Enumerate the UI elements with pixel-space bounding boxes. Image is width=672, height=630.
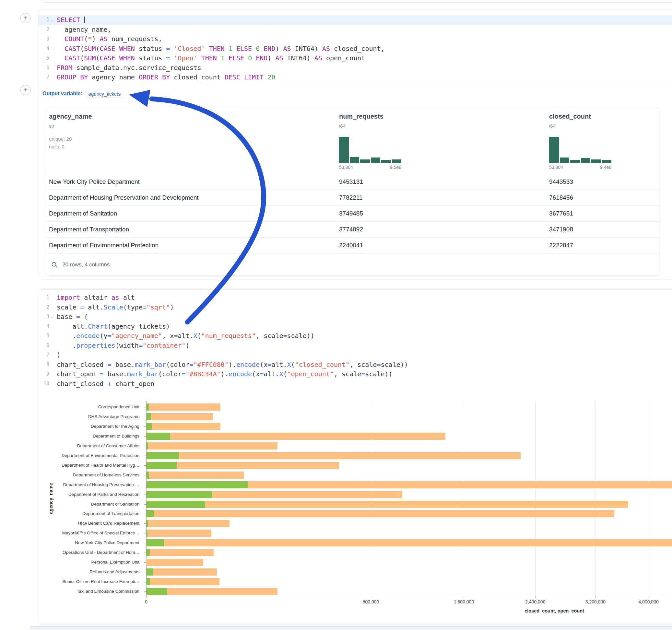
- code-line: 7GROUP BY agency_name ORDER BY closed_co…: [38, 73, 672, 82]
- bar-closed-count: [146, 520, 230, 527]
- table-cell: 3774892: [339, 222, 363, 237]
- table-cell: Department of Housing Preservation and D…: [49, 190, 199, 205]
- y-category-label: Operations Unit - Department of Hom…: [38, 550, 139, 555]
- line-number: 1: [38, 15, 49, 25]
- y-tick: [144, 407, 146, 407]
- code-token: *: [88, 35, 92, 43]
- y-category-label: Department for the Aging: [38, 423, 139, 429]
- add-cell-button-middle[interactable]: +: [20, 85, 31, 95]
- histogram-bar: [360, 160, 370, 163]
- code-token: FROM: [57, 64, 72, 72]
- bar-open-count: [146, 452, 179, 459]
- table-cell: Department of Transportation: [49, 222, 129, 237]
- code-token: , scale: [256, 332, 283, 340]
- code-token: 0: [256, 45, 260, 52]
- code-token: =: [361, 370, 365, 378]
- y-category-label: Department of Consumer Affairs: [38, 443, 139, 449]
- python-editor[interactable]: 1import altair as alt2scale = alt.Scale(…: [38, 290, 672, 390]
- code-token: "open_count": [287, 370, 334, 378]
- code-token: (: [80, 313, 88, 320]
- collapse-chevron-icon[interactable]: ⌄: [51, 312, 53, 322]
- code-token: ).: [221, 370, 229, 378]
- code-token: "agency_name": [112, 332, 162, 340]
- column-type: str: [49, 123, 54, 129]
- histogram-bar: [350, 157, 360, 163]
- table-footer: 20 rows, 4 columns: [46, 253, 660, 276]
- code-token: =: [166, 45, 170, 52]
- line-number: 6: [38, 341, 49, 350]
- code-token: (: [80, 54, 84, 62]
- column-histogram: [339, 137, 401, 163]
- y-tick: [144, 533, 146, 533]
- code-token: base.: [104, 370, 127, 378]
- x-tick: [464, 596, 464, 598]
- code-token: chart_open: [57, 370, 99, 378]
- y-tick: [144, 514, 146, 514]
- code-token: THEN: [201, 54, 217, 62]
- code-text: .encode(y="agency_name", x=alt.X("num_re…: [57, 331, 314, 341]
- histogram-bar: [381, 160, 391, 163]
- code-token: ELSE: [236, 45, 252, 52]
- code-token: AS: [322, 45, 330, 52]
- code-token: .: [57, 332, 76, 340]
- code-token: WHEN: [119, 45, 135, 52]
- table-cell: New York City Police Department: [49, 174, 140, 190]
- code-text: chart_closed = base.mark_bar(color="#FFC…: [57, 360, 408, 370]
- code-token: COUNT: [65, 35, 84, 43]
- x-tick: [535, 596, 535, 598]
- histogram-min: 53,304: [339, 165, 353, 170]
- table-cell: 7782211: [339, 190, 363, 205]
- code-token: (: [80, 45, 84, 52]
- code-token: =: [283, 332, 287, 340]
- code-token: [244, 54, 248, 62]
- bar-open-count: [146, 568, 153, 576]
- code-token: properties: [76, 342, 115, 349]
- x-axis-title: closed_count, open_count: [499, 608, 609, 613]
- bar-open-count: [146, 588, 167, 595]
- output-variable-chip[interactable]: agency_tickets: [86, 90, 123, 98]
- code-token: =: [377, 361, 381, 368]
- code-token: X: [287, 361, 291, 368]
- code-line: 5 CAST(SUM(CASE WHEN status = 'Open' THE…: [38, 53, 672, 63]
- code-line: 1⌄SELECT: [38, 15, 672, 25]
- code-token: X: [194, 332, 197, 340]
- code-token: num_requests,: [107, 35, 162, 43]
- y-category-label: Department of Homeless Services: [38, 472, 139, 478]
- bar-open-count: [146, 491, 212, 498]
- code-token: ORDER BY: [139, 73, 170, 81]
- code-token: agency_name: [88, 73, 139, 81]
- code-token: (: [96, 45, 99, 52]
- code-token: "num_requests": [201, 332, 256, 340]
- bar-chart: agency_name closed_count, open_count 080…: [38, 401, 672, 625]
- code-token: (: [197, 332, 201, 340]
- bar-open-count: [146, 433, 170, 440]
- bar-open-count: [146, 510, 154, 517]
- table-row: New York City Police Department945313194…: [46, 174, 660, 190]
- collapse-chevron-icon[interactable]: ⌄: [51, 15, 53, 25]
- code-token: =: [189, 361, 193, 368]
- output-variable-row: Output variable: agency_tickets: [43, 89, 123, 98]
- histogram-bar: [339, 137, 349, 163]
- code-token: encode: [229, 370, 252, 378]
- code-token: +: [107, 380, 112, 388]
- y-tick: [144, 504, 146, 505]
- x-tick-label: 3,200,000: [573, 599, 618, 604]
- previous-cell-border: [40, 0, 672, 3]
- bar-open-count: [146, 530, 147, 537]
- sql-editor[interactable]: 1⌄SELECT 2 agency_name,3 COUNT(*) AS num…: [38, 9, 672, 85]
- table-row: Department of Housing Preservation and D…: [46, 190, 660, 205]
- gridline: [535, 401, 535, 596]
- code-token: (color: [158, 370, 182, 378]
- code-token: SUM: [84, 54, 96, 62]
- y-tick: [144, 427, 146, 427]
- bar-closed-count: [146, 471, 244, 479]
- table-cell: 3749485: [339, 206, 363, 221]
- add-cell-button-top[interactable]: +: [20, 13, 31, 23]
- text-cursor: [84, 17, 85, 23]
- histogram-range: 53,304 9.4e6: [549, 165, 611, 170]
- gridline: [371, 401, 371, 596]
- line-number: 10: [38, 379, 49, 389]
- search-icon[interactable]: [51, 262, 58, 268]
- y-category-label: HRA Benefit Card Replacement: [38, 520, 139, 526]
- bar-open-count: [146, 481, 248, 488]
